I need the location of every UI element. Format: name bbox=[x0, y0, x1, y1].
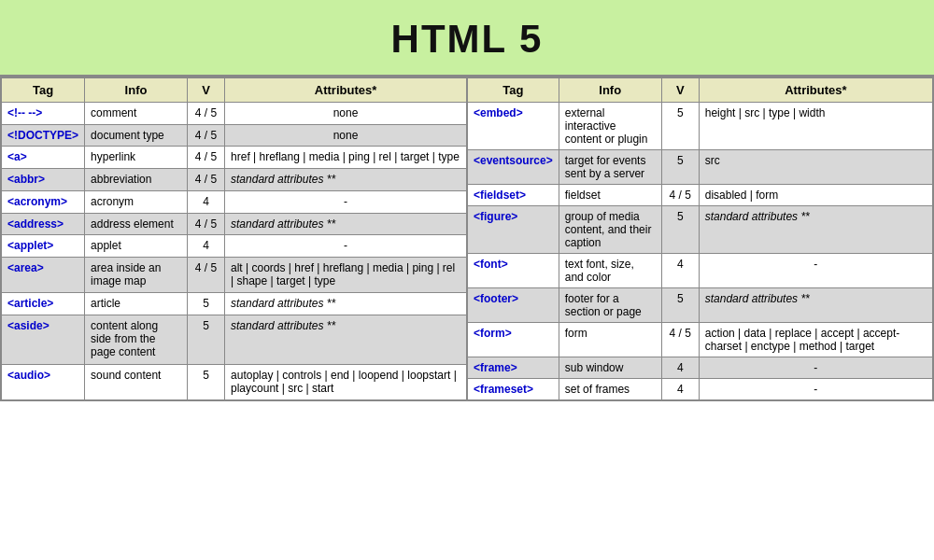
version-cell: 4 bbox=[661, 254, 699, 288]
table-row: <fieldset>fieldset4 / 5disabled | form bbox=[468, 185, 934, 206]
tag-label[interactable]: <!-- --> bbox=[7, 106, 42, 119]
tag-label[interactable]: <figure> bbox=[474, 210, 517, 223]
tag-cell: <applet> bbox=[1, 235, 85, 258]
table-row: <frame>sub window4- bbox=[468, 357, 934, 379]
tag-label[interactable]: <footer> bbox=[474, 292, 518, 305]
info-cell: set of frames bbox=[559, 379, 661, 401]
info-cell: content along side from the page content bbox=[85, 315, 188, 365]
tag-label[interactable]: <audio> bbox=[7, 369, 50, 382]
attr-cell: - bbox=[699, 357, 933, 379]
tag-cell: <area> bbox=[1, 258, 85, 293]
tag-cell: <frame> bbox=[468, 357, 559, 379]
attr-cell: - bbox=[225, 190, 467, 213]
tag-cell: <embed> bbox=[468, 103, 559, 150]
attr-cell: standard attributes ** bbox=[225, 213, 467, 235]
tag-cell: <fieldset> bbox=[468, 185, 559, 206]
tag-cell: <eventsource> bbox=[468, 150, 559, 185]
tag-label[interactable]: <frameset> bbox=[474, 383, 533, 396]
right-col-tag: Tag bbox=[468, 77, 559, 103]
table-row: <address>address element4 / 5standard at… bbox=[1, 213, 467, 235]
attr-cell: none bbox=[225, 124, 467, 147]
attr-cell: - bbox=[699, 254, 933, 288]
left-col-tag: Tag bbox=[1, 77, 85, 103]
attr-cell: alt | coords | href | hreflang | media |… bbox=[225, 258, 467, 293]
tag-label[interactable]: <abbr> bbox=[7, 173, 45, 186]
info-cell: area inside an image map bbox=[85, 258, 188, 293]
attr-cell: none bbox=[225, 103, 467, 125]
tables-container: Tag Info V Attributes* <!-- -->comment4 … bbox=[0, 77, 934, 401]
table-row: <font>text font, size, and color4- bbox=[468, 254, 934, 288]
left-col-attr: Attributes* bbox=[225, 77, 467, 103]
info-cell: sub window bbox=[559, 357, 661, 379]
attr-cell: href | hreflang | media | ping | rel | t… bbox=[225, 147, 467, 169]
tag-cell: <footer> bbox=[468, 288, 559, 323]
table-row: <eventsource>target for events sent by a… bbox=[468, 150, 934, 185]
table-row: <embed>external interactive content or p… bbox=[468, 103, 934, 150]
tag-label[interactable]: <fieldset> bbox=[474, 189, 526, 202]
tag-label[interactable]: <article> bbox=[7, 297, 53, 310]
version-cell: 4 / 5 bbox=[188, 213, 225, 235]
tag-cell: <!-- --> bbox=[1, 103, 85, 125]
table-row: <footer>footer for a section or page5sta… bbox=[468, 288, 934, 323]
table-row: <acronym>acronym4- bbox=[1, 190, 467, 213]
version-cell: 4 / 5 bbox=[188, 169, 225, 191]
page-title: HTML 5 bbox=[0, 17, 934, 62]
version-cell: 4 bbox=[188, 190, 225, 213]
tag-cell: <article> bbox=[1, 293, 85, 315]
version-cell: 5 bbox=[188, 293, 225, 315]
tag-cell: <abbr> bbox=[1, 169, 85, 191]
info-cell: address element bbox=[85, 213, 188, 235]
attr-cell: action | data | replace | accept | accep… bbox=[699, 323, 933, 357]
info-cell: group of media content, and their captio… bbox=[559, 206, 661, 254]
tag-cell: <font> bbox=[468, 254, 559, 288]
tag-cell: <form> bbox=[468, 323, 559, 357]
left-table: Tag Info V Attributes* <!-- -->comment4 … bbox=[0, 77, 467, 401]
table-row: <area>area inside an image map4 / 5alt |… bbox=[1, 258, 467, 293]
tag-label[interactable]: <acronym> bbox=[7, 195, 67, 208]
table-row: <aside>content along side from the page … bbox=[1, 315, 467, 365]
version-cell: 4 / 5 bbox=[661, 185, 699, 206]
info-cell: article bbox=[85, 293, 188, 315]
tag-label[interactable]: <font> bbox=[474, 258, 508, 271]
tag-label[interactable]: <a> bbox=[7, 150, 27, 163]
tag-label[interactable]: <frame> bbox=[474, 361, 517, 374]
left-col-info: Info bbox=[85, 77, 188, 103]
tag-label[interactable]: <address> bbox=[7, 217, 64, 231]
table-row: <!DOCTYPE>document type4 / 5none bbox=[1, 124, 467, 147]
info-cell: form bbox=[559, 323, 661, 357]
tag-label[interactable]: <form> bbox=[474, 327, 512, 340]
version-cell: 5 bbox=[661, 150, 699, 185]
right-col-attr: Attributes* bbox=[699, 77, 933, 103]
table-row: <audio>sound content5autoplay | controls… bbox=[1, 364, 467, 400]
version-cell: 4 bbox=[661, 379, 699, 401]
info-cell: sound content bbox=[85, 364, 188, 400]
table-row: <article>article5standard attributes ** bbox=[1, 293, 467, 315]
table-row: <form>form4 / 5action | data | replace |… bbox=[468, 323, 934, 357]
tag-cell: <audio> bbox=[1, 364, 85, 400]
version-cell: 5 bbox=[661, 288, 699, 323]
attr-cell: standard attributes ** bbox=[225, 169, 467, 191]
version-cell: 4 / 5 bbox=[188, 258, 225, 293]
tag-label[interactable]: <aside> bbox=[7, 319, 50, 332]
table-row: <figure>group of media content, and thei… bbox=[468, 206, 934, 254]
info-cell: target for events sent by a server bbox=[559, 150, 661, 185]
tag-label[interactable]: <applet> bbox=[7, 239, 53, 252]
right-table: Tag Info V Attributes* <embed>external i… bbox=[467, 77, 934, 401]
tag-label[interactable]: <!DOCTYPE> bbox=[7, 129, 78, 142]
right-col-v: V bbox=[661, 77, 699, 103]
tag-label[interactable]: <eventsource> bbox=[474, 154, 553, 167]
version-cell: 5 bbox=[661, 103, 699, 150]
info-cell: document type bbox=[85, 124, 188, 147]
version-cell: 4 / 5 bbox=[188, 103, 225, 125]
table-row: <applet>applet4- bbox=[1, 235, 467, 258]
tag-label[interactable]: <area> bbox=[7, 261, 44, 274]
attr-cell: standard attributes ** bbox=[699, 288, 933, 323]
info-cell: text font, size, and color bbox=[559, 254, 661, 288]
tag-cell: <!DOCTYPE> bbox=[1, 124, 85, 147]
attr-cell: src bbox=[699, 150, 933, 185]
table-row: <a>hyperlink4 / 5href | hreflang | media… bbox=[1, 147, 467, 169]
info-cell: fieldset bbox=[559, 185, 661, 206]
tag-label[interactable]: <embed> bbox=[474, 106, 523, 119]
info-cell: applet bbox=[85, 235, 188, 258]
attr-cell: autoplay | controls | end | loopend | lo… bbox=[225, 364, 467, 400]
